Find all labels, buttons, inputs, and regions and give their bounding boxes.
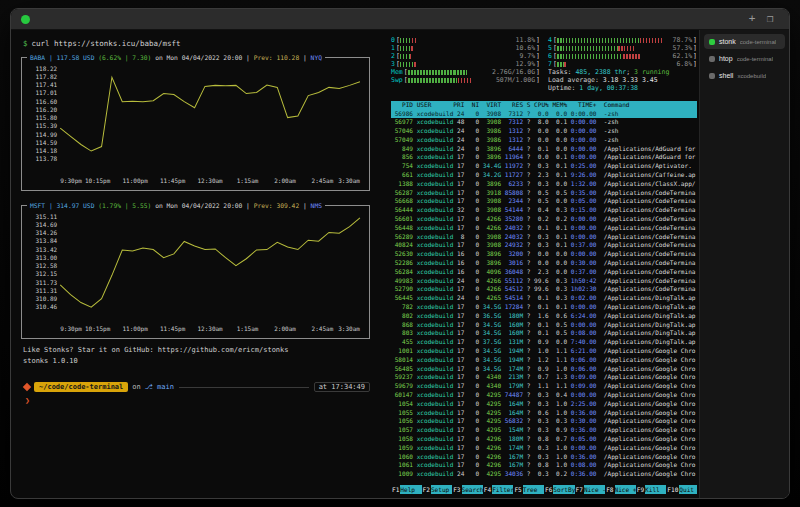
command-text: curl https://stonks.icu/baba/msft	[32, 39, 181, 48]
svg-text:310.46: 310.46	[35, 303, 57, 310]
ticker-sep: |	[303, 54, 307, 61]
process-row[interactable]: 56986 xcodebuild 24 0 3908 7312 ? 0.0 0.…	[391, 110, 697, 119]
process-row[interactable]: 1388 xcodebuild 17 0 3896 6233 ? 0.3 0.0…	[391, 180, 697, 189]
process-row[interactable]: 754 xcodebuild 17 0 34.4G 11972 ? 0.3 0.…	[391, 162, 697, 171]
process-row[interactable]: 1057 xcodebuild 17 0 4295 154M ? 0.3 0.9…	[391, 426, 697, 435]
sidebar-session-stonk[interactable]: stonk code-terminal	[704, 34, 785, 49]
cwd-segment: ~/code/code-terminal	[34, 382, 128, 392]
process-row[interactable]: 1055 xcodebuild 17 0 4295 164M ? 0.6 1.0…	[391, 409, 697, 418]
process-row[interactable]: 52630 xcodebuild 16 0 3896 3200 ? 0.0 0.…	[391, 250, 697, 259]
svg-text:1:15am: 1:15am	[237, 325, 259, 332]
process-table-header[interactable]: PID USER PRI NI VIRT RES S CPU% MEM% TIM…	[391, 101, 697, 110]
process-row[interactable]: 40824 xcodebuild 17 0 3908 24932 ? 0.3 0…	[391, 241, 697, 250]
svg-text:117.01: 117.01	[35, 89, 57, 96]
fkey-quit[interactable]: F10Quit	[666, 485, 697, 494]
stonks-github-line: Like Stonks? Star it on GitHub: https://…	[23, 345, 385, 356]
process-row[interactable]: 56445 xcodebuild 24 0 4265 54514 ? 0.1 0…	[391, 294, 697, 303]
svg-text:116.20: 116.20	[35, 106, 57, 113]
process-row[interactable]: 56444 xcodebuild 32 0 3908 54144 ? 0.4 0…	[391, 206, 697, 215]
process-row[interactable]: 1059 xcodebuild 17 0 4296 174M ? 0.3 1.0…	[391, 444, 697, 453]
process-row[interactable]: 802 xcodebuild 17 0 36.5G 180M ? 1.6 0.6…	[391, 312, 697, 321]
meter-3: 3[12.9%]	[391, 60, 540, 68]
process-row[interactable]: 455 xcodebuild 17 0 37.5G 131M ? 0.9 0.0…	[391, 338, 697, 347]
process-row[interactable]: 57046 xcodebuild 24 0 3986 1312 ? 0.0 0.…	[391, 127, 697, 136]
git-branch-name: main	[157, 383, 174, 391]
process-row[interactable]: 52286 xcodebuild 16 0 3896 3016 ? 0.0 0.…	[391, 259, 697, 268]
process-row[interactable]: 856 xcodebuild 17 0 3896 11964 ? 0.0 0.1…	[391, 153, 697, 162]
panel-toggle-button[interactable]: ❐	[761, 9, 779, 29]
svg-text:311.31: 311.31	[35, 287, 57, 294]
shell-prompt-line: ~/code/code-terminal on ⎇ main at 17:34:…	[23, 381, 370, 393]
process-row[interactable]: 803 xcodebuild 17 0 34.5G 160M ? 0.1 0.5…	[391, 329, 697, 338]
stonks-terminal-pane[interactable]: $curl https://stonks.icu/baba/msft BABA …	[11, 30, 385, 498]
process-row[interactable]: 1054 xcodebuild 17 0 4295 164M ? 0.3 1.0…	[391, 400, 697, 409]
process-table[interactable]: 56986 xcodebuild 24 0 3908 7312 ? 0.0 0.…	[391, 110, 697, 485]
meter-7: 7[6.8%]	[548, 60, 697, 68]
process-row[interactable]: 1061 xcodebuild 17 0 4296 167M ? 0.8 1.0…	[391, 461, 697, 470]
process-row[interactable]: 59679 xcodebuild 17 0 4340 179M ? 1.1 1.…	[391, 382, 697, 391]
session-title: shell	[719, 72, 733, 79]
process-row[interactable]: 56668 xcodebuild 17 0 3908 2344 ? 0.5 0.…	[391, 197, 697, 206]
process-row[interactable]: 57049 xcodebuild 24 0 3986 1312 ? 0.0 0.…	[391, 136, 697, 145]
prompt-caret[interactable]: ❯	[25, 396, 385, 405]
svg-text:3:30am: 3:30am	[338, 325, 360, 332]
traffic-light-green[interactable]	[21, 15, 30, 24]
svg-text:11:00pm: 11:00pm	[122, 325, 148, 333]
fkey-help[interactable]: F1Help	[391, 485, 422, 494]
svg-text:114.59: 114.59	[35, 139, 57, 146]
fkey-sortby[interactable]: F6SortBy	[544, 485, 575, 494]
process-row[interactable]: 56977 xcodebuild 48 0 3908 7312 ? 8.0 0.…	[391, 118, 697, 127]
process-row[interactable]: 849 xcodebuild 24 0 3896 6444 ? 0.1 0.0 …	[391, 145, 697, 154]
ticker-change: (6.62% | 7.30)	[98, 54, 151, 61]
svg-text:10:15pm: 10:15pm	[85, 177, 111, 185]
process-row[interactable]: 56284 xcodebuild 16 0 4096 36048 ? 2.3 0…	[391, 268, 697, 277]
titlebar[interactable]: + ❐	[11, 9, 789, 30]
fkey-setup[interactable]: F2Setup	[422, 485, 453, 494]
process-row[interactable]: 49983 xcodebuild 24 0 4266 55112 ? 99.6 …	[391, 277, 697, 286]
fkey-tree[interactable]: F5Tree	[513, 485, 544, 494]
process-row[interactable]: 58014 xcodebuild 17 0 34.5G 194M ? 1.2 1…	[391, 356, 697, 365]
sidebar-session-htop[interactable]: htop code-terminal	[704, 51, 785, 66]
htop-pane[interactable]: 0[11.8%]1[10.6%]2[9.7%]3[12.9%] Mem[2.76…	[385, 30, 699, 498]
session-subtitle: code-terminal	[740, 39, 776, 45]
process-row[interactable]: 782 xcodebuild 17 0 34.5G 17284 ? 0.1 0.…	[391, 303, 697, 312]
function-key-bar: F1HelpF2SetupF3SearchF4FilterF5TreeF6Sor…	[391, 485, 697, 494]
git-branch-icon: ⎇	[145, 383, 153, 391]
fkey-search[interactable]: F3Search	[452, 485, 483, 494]
new-tab-button[interactable]: +	[743, 9, 761, 29]
process-row[interactable]: 56448 xcodebuild 17 0 4266 24032 ? 0.1 0…	[391, 224, 697, 233]
session-subtitle: code-terminal	[737, 56, 773, 62]
prompt-on-label: on	[132, 383, 140, 391]
terminal-session-icon	[709, 39, 715, 45]
process-row[interactable]: 56601 xcodebuild 17 0 4266 35280 ? 0.2 0…	[391, 215, 697, 224]
svg-text:10:15pm: 10:15pm	[85, 325, 111, 333]
command-line: $curl https://stonks.icu/baba/msft	[23, 38, 385, 49]
process-row[interactable]: 56287 xcodebuild 17 0 3918 85808 ? 0.5 0…	[391, 189, 697, 198]
fkey-nice-[interactable]: F8Nice +	[605, 485, 636, 494]
window-content: $curl https://stonks.icu/baba/msft BABA …	[11, 30, 789, 498]
process-row[interactable]: 868 xcodebuild 17 0 34.5G 160M ? 0.1 0.5…	[391, 321, 697, 330]
process-row[interactable]: 1001 xcodebuild 17 0 34.5G 194M ? 1.0 1.…	[391, 347, 697, 356]
fkey-filter[interactable]: F4Filter	[483, 485, 514, 494]
chart-title-baba: BABA | 117.58 USD (6.62% | 7.30) on Mon …	[27, 54, 325, 62]
process-row[interactable]: 1058 xcodebuild 17 0 4296 180M ? 0.8 0.7…	[391, 435, 697, 444]
process-row[interactable]: 1060 xcodebuild 17 0 4296 167M ? 0.3 1.0…	[391, 453, 697, 462]
stock-chart-baba: BABA | 117.58 USD (6.62% | 7.30) on Mon …	[21, 57, 370, 191]
fkey-kill[interactable]: F9Kill	[636, 485, 667, 494]
process-row[interactable]: 60147 xcodebuild 17 0 4295 74487 ? 0.3 0…	[391, 391, 697, 400]
process-row[interactable]: 1009 xcodebuild 24 0 4295 34036 ? 0.3 0.…	[391, 470, 697, 479]
svg-text:315.11: 315.11	[35, 213, 57, 220]
sidebar-session-shell[interactable]: shell xcodebuild	[704, 68, 785, 83]
meter-5: 5[57.3%]	[548, 44, 697, 52]
process-row[interactable]: 56289 xcodebuild 8 0 3908 24032 ? 0.3 0.…	[391, 233, 697, 242]
git-branch-segment: ⎇ main	[145, 383, 174, 391]
process-row[interactable]: 59237 xcodebuild 17 0 4340 213M ? 0.7 1.…	[391, 373, 697, 382]
fkey-nice-[interactable]: F7Nice -	[575, 485, 606, 494]
process-row[interactable]: 1056 xcodebuild 17 0 4295 56832 ? 0.3 0.…	[391, 417, 697, 426]
process-row[interactable]: 661 xcodebuild 17 0 34.2G 11727 ? 2.3 0.…	[391, 171, 697, 180]
svg-text:11:45pm: 11:45pm	[160, 325, 186, 333]
process-row[interactable]: 52790 xcodebuild 17 0 4266 54512 ? 99.6 …	[391, 285, 697, 294]
svg-text:310.89: 310.89	[35, 295, 57, 302]
process-row[interactable]: 56485 xcodebuild 17 0 34.5G 174M ? 0.9 1…	[391, 365, 697, 374]
svg-text:9:30pm: 9:30pm	[60, 177, 82, 185]
